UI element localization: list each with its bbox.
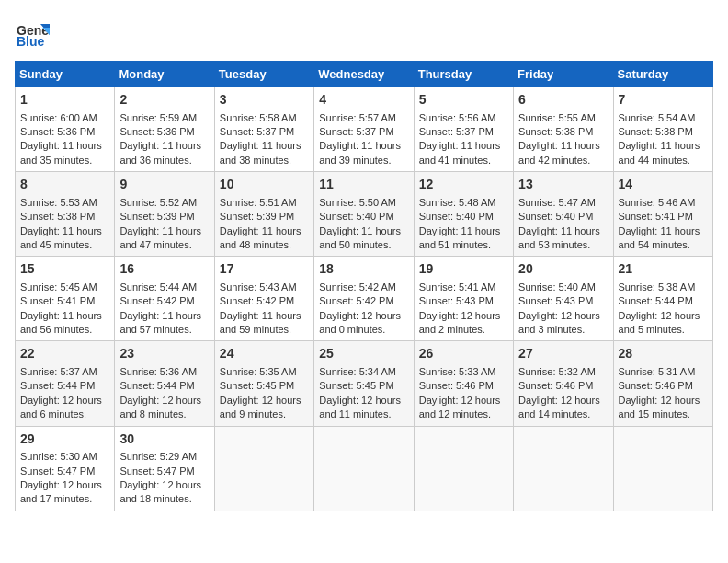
sunrise-text: Sunrise: 5:32 AM xyxy=(518,366,596,377)
day-number: 26 xyxy=(419,345,508,363)
sunrise-text: Sunrise: 5:59 AM xyxy=(119,112,197,123)
calendar-cell: 8Sunrise: 5:53 AMSunset: 5:38 PMDaylight… xyxy=(16,172,115,257)
sunset-text: Sunset: 5:42 PM xyxy=(220,295,294,306)
weekday-header: Monday xyxy=(115,62,214,87)
sunset-text: Sunset: 5:37 PM xyxy=(319,126,393,137)
sunrise-text: Sunrise: 5:57 AM xyxy=(319,112,396,123)
header: General Blue xyxy=(15,15,713,50)
calendar-cell: 13Sunrise: 5:47 AMSunset: 5:40 PMDayligh… xyxy=(514,172,613,257)
daylight-text: Daylight: 11 hours and 39 minutes. xyxy=(319,140,401,165)
sunrise-text: Sunrise: 5:42 AM xyxy=(319,282,396,293)
day-number: 20 xyxy=(518,260,608,279)
daylight-text: Daylight: 12 hours and 17 minutes. xyxy=(20,479,102,504)
sunset-text: Sunset: 5:44 PM xyxy=(619,295,693,306)
sunrise-text: Sunrise: 5:48 AM xyxy=(419,197,496,208)
sunset-text: Sunset: 5:37 PM xyxy=(220,126,294,137)
daylight-text: Daylight: 11 hours and 44 minutes. xyxy=(619,140,700,165)
daylight-text: Daylight: 11 hours and 59 minutes. xyxy=(220,310,301,335)
daylight-text: Daylight: 11 hours and 47 minutes. xyxy=(119,225,201,250)
day-number: 17 xyxy=(220,260,309,279)
day-number: 25 xyxy=(319,345,408,363)
daylight-text: Daylight: 11 hours and 45 minutes. xyxy=(20,225,102,250)
calendar-cell: 14Sunrise: 5:46 AMSunset: 5:41 PMDayligh… xyxy=(613,172,712,257)
weekday-header: Saturday xyxy=(613,62,712,87)
sunrise-text: Sunrise: 5:56 AM xyxy=(419,112,496,123)
sunrise-text: Sunrise: 5:40 AM xyxy=(518,282,596,293)
day-number: 19 xyxy=(419,260,508,279)
calendar-cell: 24Sunrise: 5:35 AMSunset: 5:45 PMDayligh… xyxy=(214,341,313,426)
calendar-cell: 10Sunrise: 5:51 AMSunset: 5:39 PMDayligh… xyxy=(214,172,313,257)
calendar-cell: 7Sunrise: 5:54 AMSunset: 5:38 PMDaylight… xyxy=(613,87,712,172)
daylight-text: Daylight: 11 hours and 54 minutes. xyxy=(619,225,700,250)
daylight-text: Daylight: 12 hours and 9 minutes. xyxy=(220,395,301,419)
sunrise-text: Sunrise: 5:51 AM xyxy=(220,197,297,208)
sunrise-text: Sunrise: 6:00 AM xyxy=(20,112,97,123)
sunrise-text: Sunrise: 5:29 AM xyxy=(119,451,197,462)
sunrise-text: Sunrise: 5:44 AM xyxy=(119,282,197,293)
sunrise-text: Sunrise: 5:52 AM xyxy=(119,197,197,208)
calendar-cell: 29Sunrise: 5:30 AMSunset: 5:47 PMDayligh… xyxy=(16,426,115,511)
sunset-text: Sunset: 5:40 PM xyxy=(419,211,494,222)
calendar-cell: 27Sunrise: 5:32 AMSunset: 5:46 PMDayligh… xyxy=(514,341,613,426)
daylight-text: Daylight: 12 hours and 12 minutes. xyxy=(419,395,501,419)
calendar-cell xyxy=(613,426,712,511)
weekday-header: Tuesday xyxy=(214,62,313,87)
daylight-text: Daylight: 11 hours and 36 minutes. xyxy=(119,140,201,165)
weekday-header-row: SundayMondayTuesdayWednesdayThursdayFrid… xyxy=(16,62,713,87)
sunrise-text: Sunrise: 5:55 AM xyxy=(518,112,596,123)
calendar-cell: 3Sunrise: 5:58 AMSunset: 5:37 PMDaylight… xyxy=(214,87,313,172)
sunset-text: Sunset: 5:47 PM xyxy=(119,465,194,477)
daylight-text: Daylight: 11 hours and 51 minutes. xyxy=(419,225,501,250)
day-number: 11 xyxy=(319,176,408,194)
sunset-text: Sunset: 5:39 PM xyxy=(119,211,194,222)
calendar-cell xyxy=(214,426,313,511)
weekday-header: Thursday xyxy=(414,62,513,87)
sunset-text: Sunset: 5:38 PM xyxy=(518,126,593,137)
day-number: 5 xyxy=(419,91,508,109)
daylight-text: Daylight: 12 hours and 11 minutes. xyxy=(319,395,401,419)
day-number: 6 xyxy=(518,91,608,109)
day-number: 14 xyxy=(619,176,708,194)
svg-text:Blue: Blue xyxy=(17,34,45,49)
sunrise-text: Sunrise: 5:34 AM xyxy=(319,366,396,377)
day-number: 12 xyxy=(419,176,508,194)
sunset-text: Sunset: 5:44 PM xyxy=(20,380,95,391)
daylight-text: Daylight: 11 hours and 41 minutes. xyxy=(419,140,501,165)
sunset-text: Sunset: 5:40 PM xyxy=(518,211,593,222)
sunset-text: Sunset: 5:42 PM xyxy=(319,295,393,306)
day-number: 16 xyxy=(119,260,209,279)
daylight-text: Daylight: 12 hours and 14 minutes. xyxy=(518,395,600,419)
sunset-text: Sunset: 5:46 PM xyxy=(518,380,593,391)
sunset-text: Sunset: 5:44 PM xyxy=(119,380,194,391)
day-number: 15 xyxy=(20,260,109,279)
sunrise-text: Sunrise: 5:50 AM xyxy=(319,197,396,208)
daylight-text: Daylight: 11 hours and 56 minutes. xyxy=(20,310,102,335)
calendar-cell: 25Sunrise: 5:34 AMSunset: 5:45 PMDayligh… xyxy=(314,341,414,426)
sunset-text: Sunset: 5:41 PM xyxy=(20,295,95,306)
sunset-text: Sunset: 5:43 PM xyxy=(518,295,593,306)
calendar-cell xyxy=(514,426,613,511)
logo: General Blue xyxy=(15,15,50,50)
calendar-cell: 23Sunrise: 5:36 AMSunset: 5:44 PMDayligh… xyxy=(115,341,214,426)
sunrise-text: Sunrise: 5:38 AM xyxy=(619,282,696,293)
day-number: 18 xyxy=(319,260,408,279)
calendar-cell: 17Sunrise: 5:43 AMSunset: 5:42 PMDayligh… xyxy=(214,257,313,341)
weekday-header: Friday xyxy=(514,62,613,87)
sunset-text: Sunset: 5:40 PM xyxy=(319,211,393,222)
sunrise-text: Sunrise: 5:43 AM xyxy=(220,282,297,293)
daylight-text: Daylight: 11 hours and 48 minutes. xyxy=(220,225,301,250)
sunset-text: Sunset: 5:43 PM xyxy=(419,295,494,306)
day-number: 24 xyxy=(220,345,309,363)
sunset-text: Sunset: 5:45 PM xyxy=(220,380,294,391)
logo-icon: General Blue xyxy=(15,15,50,50)
daylight-text: Daylight: 12 hours and 15 minutes. xyxy=(619,395,700,419)
calendar-cell: 19Sunrise: 5:41 AMSunset: 5:43 PMDayligh… xyxy=(414,257,513,341)
daylight-text: Daylight: 12 hours and 18 minutes. xyxy=(119,479,201,504)
day-number: 29 xyxy=(20,431,109,449)
daylight-text: Daylight: 11 hours and 35 minutes. xyxy=(20,140,102,165)
calendar-cell: 2Sunrise: 5:59 AMSunset: 5:36 PMDaylight… xyxy=(115,87,214,172)
daylight-text: Daylight: 12 hours and 8 minutes. xyxy=(119,395,201,419)
calendar-cell: 4Sunrise: 5:57 AMSunset: 5:37 PMDaylight… xyxy=(314,87,414,172)
calendar-cell: 26Sunrise: 5:33 AMSunset: 5:46 PMDayligh… xyxy=(414,341,513,426)
day-number: 1 xyxy=(20,91,109,109)
